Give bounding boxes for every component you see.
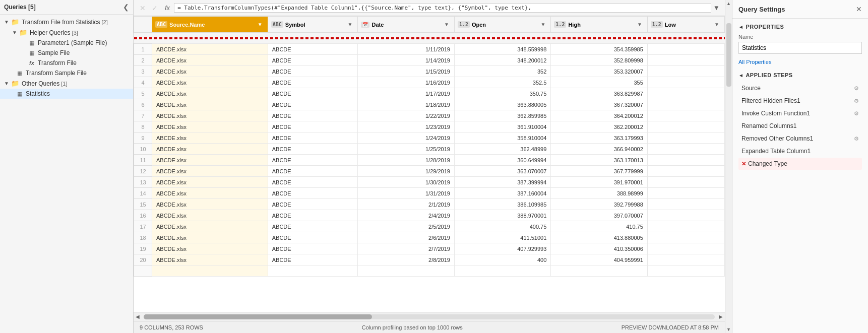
cell-date[interactable]: 2/1/2019	[358, 199, 454, 210]
cell-source-name[interactable]: ABCDE.xlsx	[152, 66, 268, 77]
cell-low[interactable]	[647, 199, 724, 210]
all-properties-link[interactable]: All Properties	[738, 59, 862, 65]
col-header-high[interactable]: 1.2 High ▼	[551, 17, 647, 33]
cell-date[interactable]: 2/4/2019	[358, 210, 454, 221]
cell-symbol[interactable]: ABCDE	[268, 221, 358, 232]
cell-open[interactable]: 387.399994	[454, 177, 550, 188]
cell-open[interactable]	[454, 265, 550, 277]
cell-open[interactable]: 400.75	[454, 221, 550, 232]
cell-source-name[interactable]: ABCDE.xlsx	[152, 232, 268, 243]
cell-date[interactable]: 1/28/2019	[358, 155, 454, 166]
cell-open[interactable]: 352.5	[454, 77, 550, 88]
cell-low[interactable]	[647, 210, 724, 221]
grid-scroll[interactable]: ABC Source.Name ▼ ABC Symbol ▼	[134, 16, 725, 312]
cell-source-name[interactable]: ABCDE.xlsx	[152, 254, 268, 265]
cell-symbol[interactable]	[268, 265, 358, 277]
cell-source-name[interactable]: ABCDE.xlsx	[152, 166, 268, 177]
cell-open[interactable]: 362.48999	[454, 144, 550, 155]
cell-source-name[interactable]: ABCDE.xlsx	[152, 121, 268, 132]
cell-date[interactable]: 1/16/2019	[358, 77, 454, 88]
close-settings-button[interactable]: ✕	[856, 5, 862, 13]
cell-open[interactable]: 386.109985	[454, 199, 550, 210]
cell-high[interactable]: 363.170013	[551, 155, 647, 166]
cell-high[interactable]: 363.829987	[551, 88, 647, 99]
cell-high[interactable]: 404.959991	[551, 254, 647, 265]
step-item-renamed-columns1[interactable]: Renamed Columns1	[738, 120, 862, 132]
col-header-low[interactable]: 1.2 Low ▼	[647, 17, 724, 33]
cell-symbol[interactable]: ABCDE	[268, 99, 358, 110]
cell-high[interactable]: 410.350006	[551, 243, 647, 254]
cell-symbol[interactable]: ABCDE	[268, 188, 358, 199]
cell-open[interactable]: 361.910004	[454, 121, 550, 132]
cell-high[interactable]: 366.940002	[551, 144, 647, 155]
query-item-samplefile[interactable]: ▦ Sample File	[8, 48, 133, 58]
cell-high[interactable]: 391.970001	[551, 177, 647, 188]
cancel-formula-button[interactable]: ✕	[137, 3, 149, 13]
step-item-filtered-hidden-files1[interactable]: Filtered Hidden Files1⚙	[738, 95, 862, 107]
cell-date[interactable]: 2/7/2019	[358, 243, 454, 254]
cell-date[interactable]: 1/31/2019	[358, 188, 454, 199]
cell-low[interactable]	[647, 144, 724, 155]
cell-high[interactable]: 352.809998	[551, 55, 647, 66]
cell-low[interactable]	[647, 77, 724, 88]
formula-dropdown-button[interactable]: ▼	[711, 3, 722, 13]
cell-symbol[interactable]: ABCDE	[268, 44, 358, 55]
cell-low[interactable]	[647, 232, 724, 243]
cell-high[interactable]: 410.75	[551, 221, 647, 232]
step-item-removed-other-columns1[interactable]: Removed Other Columns1⚙	[738, 132, 862, 145]
collapse-panel-button[interactable]: ❮	[123, 3, 129, 11]
cell-low[interactable]	[647, 66, 724, 77]
cell-symbol[interactable]: ABCDE	[268, 166, 358, 177]
scroll-right-button[interactable]: ▶	[717, 314, 725, 319]
step-item-changed-type[interactable]: ✕Changed Type	[738, 158, 862, 170]
cell-date[interactable]: 1/22/2019	[358, 110, 454, 121]
cell-date[interactable]: 2/6/2019	[358, 232, 454, 243]
cell-symbol[interactable]: ABCDE	[268, 243, 358, 254]
cell-symbol[interactable]: ABCDE	[268, 121, 358, 132]
group-header-transform[interactable]: ▼ 📁 Transform File from Statistics [2]	[0, 17, 133, 27]
cell-open[interactable]: 350.75	[454, 88, 550, 99]
cell-date[interactable]: 1/24/2019	[358, 132, 454, 144]
cell-symbol[interactable]: ABCDE	[268, 110, 358, 121]
formula-input[interactable]	[174, 3, 711, 13]
cell-low[interactable]	[647, 188, 724, 199]
cell-low[interactable]	[647, 88, 724, 99]
cell-symbol[interactable]: ABCDE	[268, 88, 358, 99]
cell-high[interactable]: 364.200012	[551, 110, 647, 121]
cell-symbol[interactable]: ABCDE	[268, 177, 358, 188]
cell-low[interactable]	[647, 243, 724, 254]
vertical-scrollbar[interactable]: ▲ ▼	[725, 0, 732, 333]
cell-low[interactable]	[647, 99, 724, 110]
cell-source-name[interactable]: ABCDE.xlsx	[152, 221, 268, 232]
cell-date[interactable]: 1/14/2019	[358, 55, 454, 66]
query-item-transformsamplefile[interactable]: ▦ Transform Sample File	[0, 68, 133, 78]
cell-high[interactable]: 413.880005	[551, 232, 647, 243]
cell-source-name[interactable]: ABCDE.xlsx	[152, 177, 268, 188]
cell-high[interactable]: 397.070007	[551, 210, 647, 221]
cell-source-name[interactable]: ABCDE.xlsx	[152, 243, 268, 254]
step-item-source[interactable]: Source⚙	[738, 82, 862, 94]
step-gear-icon[interactable]: ⚙	[854, 98, 859, 104]
cell-open[interactable]: 348.200012	[454, 55, 550, 66]
cell-symbol[interactable]: ABCDE	[268, 210, 358, 221]
cell-source-name[interactable]: ABCDE.xlsx	[152, 199, 268, 210]
query-name-input[interactable]	[738, 42, 862, 54]
cell-source-name[interactable]: ABCDE.xlsx	[152, 110, 268, 121]
scroll-up-button[interactable]: ▲	[725, 0, 732, 7]
cell-date[interactable]: 1/23/2019	[358, 121, 454, 132]
cell-open[interactable]: 358.910004	[454, 132, 550, 144]
col-filter-low[interactable]: ▼	[712, 21, 721, 28]
cell-source-name[interactable]: ABCDE.xlsx	[152, 144, 268, 155]
cell-open[interactable]: 363.070007	[454, 166, 550, 177]
cell-source-name[interactable]: ABCDE.xlsx	[152, 55, 268, 66]
cell-source-name[interactable]: ABCDE.xlsx	[152, 99, 268, 110]
cell-high[interactable]: 355	[551, 77, 647, 88]
cell-date[interactable]: 2/5/2019	[358, 221, 454, 232]
step-gear-icon[interactable]: ⚙	[854, 85, 859, 92]
cell-source-name[interactable]: ABCDE.xlsx	[152, 77, 268, 88]
col-filter-date[interactable]: ▼	[442, 21, 451, 28]
scroll-left-button[interactable]: ◀	[134, 314, 142, 319]
horizontal-scrollbar[interactable]	[144, 314, 715, 319]
cell-low[interactable]	[647, 132, 724, 144]
cell-open[interactable]: 362.859985	[454, 110, 550, 121]
